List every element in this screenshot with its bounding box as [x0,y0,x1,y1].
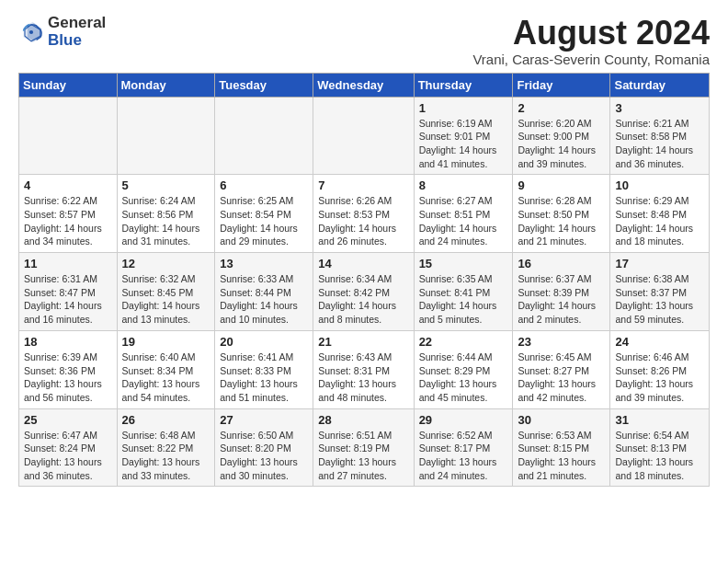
calendar-cell: 30Sunrise: 6:53 AMSunset: 8:15 PMDayligh… [513,408,610,487]
day-info: Sunrise: 6:43 AMSunset: 8:31 PMDaylight:… [318,350,408,405]
day-number: 31 [615,413,704,427]
calendar-cell: 10Sunrise: 6:29 AMSunset: 8:48 PMDayligh… [610,175,710,253]
day-info: Sunrise: 6:39 AMSunset: 8:36 PMDaylight:… [24,350,112,405]
calendar-cell: 11Sunrise: 6:31 AMSunset: 8:47 PMDayligh… [19,253,118,331]
calendar-cell: 26Sunrise: 6:48 AMSunset: 8:22 PMDayligh… [117,408,215,487]
calendar-cell: 4Sunrise: 6:22 AMSunset: 8:57 PMDaylight… [19,175,118,253]
calendar-week-row: 25Sunrise: 6:47 AMSunset: 8:24 PMDayligh… [19,408,710,487]
calendar-cell: 5Sunrise: 6:24 AMSunset: 8:56 PMDaylight… [117,175,215,253]
weekday-header: Friday [513,73,610,97]
day-info: Sunrise: 6:24 AMSunset: 8:56 PMDaylight:… [122,194,210,248]
day-info: Sunrise: 6:32 AMSunset: 8:45 PMDaylight:… [122,272,210,327]
day-number: 11 [24,257,112,270]
day-info: Sunrise: 6:50 AMSunset: 8:20 PMDaylight:… [220,429,308,483]
day-info: Sunrise: 6:38 AMSunset: 8:37 PMDaylight:… [615,272,704,327]
day-info: Sunrise: 6:33 AMSunset: 8:44 PMDaylight:… [220,272,308,327]
day-info: Sunrise: 6:40 AMSunset: 8:34 PMDaylight:… [122,350,210,405]
weekday-header: Sunday [19,73,118,97]
day-number: 14 [318,257,408,270]
day-number: 29 [419,413,508,427]
day-info: Sunrise: 6:26 AMSunset: 8:53 PMDaylight:… [318,194,408,248]
calendar-cell: 31Sunrise: 6:54 AMSunset: 8:13 PMDayligh… [610,408,710,487]
day-info: Sunrise: 6:37 AMSunset: 8:39 PMDaylight:… [518,272,605,327]
calendar-cell: 1Sunrise: 6:19 AMSunset: 9:01 PMDaylight… [414,97,513,175]
day-info: Sunrise: 6:46 AMSunset: 8:26 PMDaylight:… [615,350,704,405]
calendar-week-row: 18Sunrise: 6:39 AMSunset: 8:36 PMDayligh… [19,330,710,408]
day-info: Sunrise: 6:29 AMSunset: 8:48 PMDaylight:… [615,194,704,248]
day-number: 3 [615,101,704,115]
day-number: 22 [419,335,508,349]
calendar-cell [19,97,118,175]
calendar-cell [215,97,313,175]
day-info: Sunrise: 6:41 AMSunset: 8:33 PMDaylight:… [220,350,308,405]
weekday-header: Tuesday [215,73,313,97]
weekday-header: Monday [117,73,215,97]
calendar-week-row: 11Sunrise: 6:31 AMSunset: 8:47 PMDayligh… [19,253,710,331]
day-number: 9 [518,178,605,192]
day-number: 6 [220,178,308,192]
location: Vrani, Caras-Severin County, Romania [472,52,710,67]
day-info: Sunrise: 6:28 AMSunset: 8:50 PMDaylight:… [518,194,605,248]
logo: General Blue [18,15,106,49]
header: General Blue August 2024 Vrani, Caras-Se… [18,15,710,67]
calendar-cell: 23Sunrise: 6:45 AMSunset: 8:27 PMDayligh… [513,330,610,408]
calendar-week-row: 1Sunrise: 6:19 AMSunset: 9:01 PMDaylight… [19,97,710,175]
day-info: Sunrise: 6:21 AMSunset: 8:58 PMDaylight:… [615,117,704,171]
day-info: Sunrise: 6:44 AMSunset: 8:29 PMDaylight:… [419,350,508,405]
calendar-table: SundayMondayTuesdayWednesdayThursdayFrid… [18,73,710,488]
calendar-cell: 29Sunrise: 6:52 AMSunset: 8:17 PMDayligh… [414,408,513,487]
day-info: Sunrise: 6:19 AMSunset: 9:01 PMDaylight:… [419,117,508,171]
day-info: Sunrise: 6:45 AMSunset: 8:27 PMDaylight:… [518,350,605,405]
calendar-cell: 7Sunrise: 6:26 AMSunset: 8:53 PMDaylight… [313,175,414,253]
logo-text: General Blue [48,15,106,49]
calendar-week-row: 4Sunrise: 6:22 AMSunset: 8:57 PMDaylight… [19,175,710,253]
day-info: Sunrise: 6:52 AMSunset: 8:17 PMDaylight:… [419,429,508,483]
calendar-cell: 28Sunrise: 6:51 AMSunset: 8:19 PMDayligh… [313,408,414,487]
day-number: 27 [220,413,308,427]
day-number: 25 [24,413,112,427]
weekday-header: Saturday [610,73,710,97]
day-number: 13 [220,257,308,270]
calendar-cell: 22Sunrise: 6:44 AMSunset: 8:29 PMDayligh… [414,330,513,408]
logo-general: General [48,15,106,32]
day-info: Sunrise: 6:31 AMSunset: 8:47 PMDaylight:… [24,272,112,327]
day-number: 19 [122,335,210,349]
calendar-cell: 6Sunrise: 6:25 AMSunset: 8:54 PMDaylight… [215,175,313,253]
weekday-header-row: SundayMondayTuesdayWednesdayThursdayFrid… [19,73,710,97]
calendar-cell: 21Sunrise: 6:43 AMSunset: 8:31 PMDayligh… [313,330,414,408]
calendar-cell: 18Sunrise: 6:39 AMSunset: 8:36 PMDayligh… [19,330,118,408]
day-info: Sunrise: 6:35 AMSunset: 8:41 PMDaylight:… [419,272,508,327]
day-number: 18 [24,335,112,349]
day-number: 24 [615,335,704,349]
day-info: Sunrise: 6:54 AMSunset: 8:13 PMDaylight:… [615,429,704,483]
calendar-cell: 12Sunrise: 6:32 AMSunset: 8:45 PMDayligh… [117,253,215,331]
day-number: 1 [419,101,508,115]
day-number: 2 [518,101,605,115]
calendar-cell: 14Sunrise: 6:34 AMSunset: 8:42 PMDayligh… [313,253,414,331]
day-number: 30 [518,413,605,427]
day-info: Sunrise: 6:25 AMSunset: 8:54 PMDaylight:… [220,194,308,248]
day-number: 17 [615,257,704,270]
weekday-header: Thursday [414,73,513,97]
weekday-header: Wednesday [313,73,414,97]
calendar-cell: 25Sunrise: 6:47 AMSunset: 8:24 PMDayligh… [19,408,118,487]
day-number: 4 [24,178,112,192]
calendar-cell: 20Sunrise: 6:41 AMSunset: 8:33 PMDayligh… [215,330,313,408]
day-number: 28 [318,413,408,427]
day-info: Sunrise: 6:34 AMSunset: 8:42 PMDaylight:… [318,272,408,327]
svg-point-3 [29,30,33,34]
calendar-cell: 19Sunrise: 6:40 AMSunset: 8:34 PMDayligh… [117,330,215,408]
day-number: 23 [518,335,605,349]
calendar-cell: 24Sunrise: 6:46 AMSunset: 8:26 PMDayligh… [610,330,710,408]
day-number: 5 [122,178,210,192]
page: General Blue August 2024 Vrani, Caras-Se… [0,0,728,496]
day-number: 10 [615,178,704,192]
day-number: 8 [419,178,508,192]
day-info: Sunrise: 6:53 AMSunset: 8:15 PMDaylight:… [518,429,605,483]
calendar-cell [117,97,215,175]
day-info: Sunrise: 6:47 AMSunset: 8:24 PMDaylight:… [24,429,112,483]
calendar-cell: 13Sunrise: 6:33 AMSunset: 8:44 PMDayligh… [215,253,313,331]
calendar-cell [313,97,414,175]
calendar-cell: 17Sunrise: 6:38 AMSunset: 8:37 PMDayligh… [610,253,710,331]
calendar-cell: 2Sunrise: 6:20 AMSunset: 9:00 PMDaylight… [513,97,610,175]
